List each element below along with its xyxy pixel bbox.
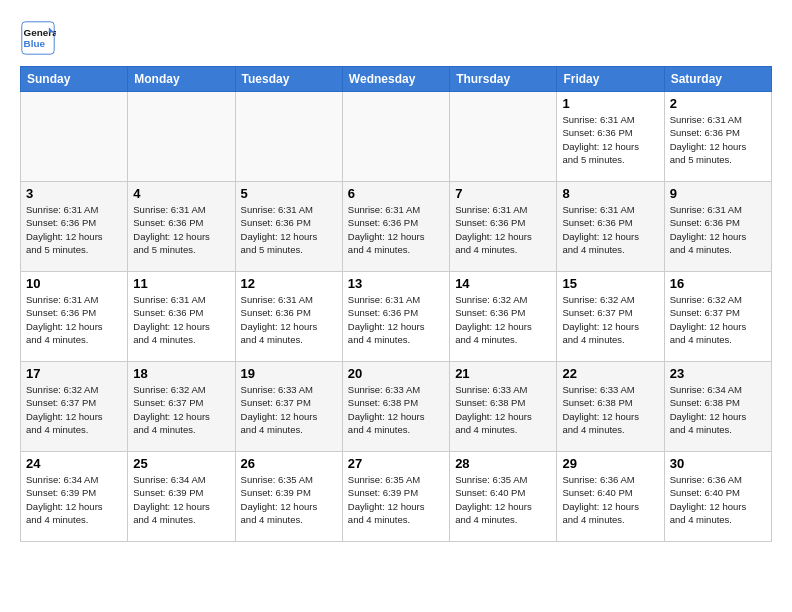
day-info: Sunrise: 6:35 AM Sunset: 6:39 PM Dayligh… <box>348 473 444 526</box>
day-info: Sunrise: 6:31 AM Sunset: 6:36 PM Dayligh… <box>670 113 766 166</box>
day-cell: 15Sunrise: 6:32 AM Sunset: 6:37 PM Dayli… <box>557 272 664 362</box>
week-row-4: 17Sunrise: 6:32 AM Sunset: 6:37 PM Dayli… <box>21 362 772 452</box>
day-cell: 17Sunrise: 6:32 AM Sunset: 6:37 PM Dayli… <box>21 362 128 452</box>
day-info: Sunrise: 6:31 AM Sunset: 6:36 PM Dayligh… <box>670 203 766 256</box>
day-info: Sunrise: 6:32 AM Sunset: 6:37 PM Dayligh… <box>133 383 229 436</box>
day-info: Sunrise: 6:31 AM Sunset: 6:36 PM Dayligh… <box>26 203 122 256</box>
col-header-friday: Friday <box>557 67 664 92</box>
col-header-saturday: Saturday <box>664 67 771 92</box>
day-cell: 9Sunrise: 6:31 AM Sunset: 6:36 PM Daylig… <box>664 182 771 272</box>
day-info: Sunrise: 6:33 AM Sunset: 6:37 PM Dayligh… <box>241 383 337 436</box>
day-number: 30 <box>670 456 766 471</box>
day-cell: 6Sunrise: 6:31 AM Sunset: 6:36 PM Daylig… <box>342 182 449 272</box>
day-cell: 7Sunrise: 6:31 AM Sunset: 6:36 PM Daylig… <box>450 182 557 272</box>
day-number: 8 <box>562 186 658 201</box>
day-number: 5 <box>241 186 337 201</box>
day-cell: 10Sunrise: 6:31 AM Sunset: 6:36 PM Dayli… <box>21 272 128 362</box>
day-cell: 1Sunrise: 6:31 AM Sunset: 6:36 PM Daylig… <box>557 92 664 182</box>
day-cell: 27Sunrise: 6:35 AM Sunset: 6:39 PM Dayli… <box>342 452 449 542</box>
day-cell: 14Sunrise: 6:32 AM Sunset: 6:36 PM Dayli… <box>450 272 557 362</box>
day-cell: 30Sunrise: 6:36 AM Sunset: 6:40 PM Dayli… <box>664 452 771 542</box>
day-number: 17 <box>26 366 122 381</box>
day-info: Sunrise: 6:32 AM Sunset: 6:37 PM Dayligh… <box>670 293 766 346</box>
day-cell: 5Sunrise: 6:31 AM Sunset: 6:36 PM Daylig… <box>235 182 342 272</box>
day-cell: 29Sunrise: 6:36 AM Sunset: 6:40 PM Dayli… <box>557 452 664 542</box>
day-number: 28 <box>455 456 551 471</box>
day-info: Sunrise: 6:36 AM Sunset: 6:40 PM Dayligh… <box>562 473 658 526</box>
day-number: 21 <box>455 366 551 381</box>
day-cell: 18Sunrise: 6:32 AM Sunset: 6:37 PM Dayli… <box>128 362 235 452</box>
day-info: Sunrise: 6:31 AM Sunset: 6:36 PM Dayligh… <box>348 203 444 256</box>
day-number: 11 <box>133 276 229 291</box>
day-cell: 21Sunrise: 6:33 AM Sunset: 6:38 PM Dayli… <box>450 362 557 452</box>
day-info: Sunrise: 6:34 AM Sunset: 6:39 PM Dayligh… <box>26 473 122 526</box>
day-cell: 12Sunrise: 6:31 AM Sunset: 6:36 PM Dayli… <box>235 272 342 362</box>
day-number: 22 <box>562 366 658 381</box>
day-cell: 28Sunrise: 6:35 AM Sunset: 6:40 PM Dayli… <box>450 452 557 542</box>
day-number: 27 <box>348 456 444 471</box>
week-row-5: 24Sunrise: 6:34 AM Sunset: 6:39 PM Dayli… <box>21 452 772 542</box>
day-number: 15 <box>562 276 658 291</box>
day-info: Sunrise: 6:31 AM Sunset: 6:36 PM Dayligh… <box>241 293 337 346</box>
day-number: 9 <box>670 186 766 201</box>
day-number: 16 <box>670 276 766 291</box>
day-cell: 13Sunrise: 6:31 AM Sunset: 6:36 PM Dayli… <box>342 272 449 362</box>
day-info: Sunrise: 6:31 AM Sunset: 6:36 PM Dayligh… <box>241 203 337 256</box>
day-number: 26 <box>241 456 337 471</box>
day-info: Sunrise: 6:34 AM Sunset: 6:39 PM Dayligh… <box>133 473 229 526</box>
svg-text:Blue: Blue <box>24 38 46 49</box>
day-cell: 16Sunrise: 6:32 AM Sunset: 6:37 PM Dayli… <box>664 272 771 362</box>
day-number: 2 <box>670 96 766 111</box>
day-cell: 8Sunrise: 6:31 AM Sunset: 6:36 PM Daylig… <box>557 182 664 272</box>
day-number: 25 <box>133 456 229 471</box>
day-cell <box>21 92 128 182</box>
day-info: Sunrise: 6:31 AM Sunset: 6:36 PM Dayligh… <box>133 203 229 256</box>
col-header-sunday: Sunday <box>21 67 128 92</box>
col-header-monday: Monday <box>128 67 235 92</box>
col-header-tuesday: Tuesday <box>235 67 342 92</box>
day-info: Sunrise: 6:31 AM Sunset: 6:36 PM Dayligh… <box>348 293 444 346</box>
svg-text:General: General <box>24 27 56 38</box>
day-info: Sunrise: 6:31 AM Sunset: 6:36 PM Dayligh… <box>133 293 229 346</box>
day-cell: 22Sunrise: 6:33 AM Sunset: 6:38 PM Dayli… <box>557 362 664 452</box>
day-cell: 19Sunrise: 6:33 AM Sunset: 6:37 PM Dayli… <box>235 362 342 452</box>
calendar: SundayMondayTuesdayWednesdayThursdayFrid… <box>20 66 772 542</box>
day-number: 3 <box>26 186 122 201</box>
day-info: Sunrise: 6:31 AM Sunset: 6:36 PM Dayligh… <box>455 203 551 256</box>
day-number: 14 <box>455 276 551 291</box>
day-number: 12 <box>241 276 337 291</box>
day-number: 10 <box>26 276 122 291</box>
day-info: Sunrise: 6:32 AM Sunset: 6:36 PM Dayligh… <box>455 293 551 346</box>
day-number: 20 <box>348 366 444 381</box>
header-row: SundayMondayTuesdayWednesdayThursdayFrid… <box>21 67 772 92</box>
day-number: 24 <box>26 456 122 471</box>
day-cell: 4Sunrise: 6:31 AM Sunset: 6:36 PM Daylig… <box>128 182 235 272</box>
day-info: Sunrise: 6:33 AM Sunset: 6:38 PM Dayligh… <box>348 383 444 436</box>
day-info: Sunrise: 6:31 AM Sunset: 6:36 PM Dayligh… <box>562 113 658 166</box>
day-cell <box>342 92 449 182</box>
logo-icon: General Blue <box>20 20 56 56</box>
day-info: Sunrise: 6:33 AM Sunset: 6:38 PM Dayligh… <box>455 383 551 436</box>
day-info: Sunrise: 6:35 AM Sunset: 6:40 PM Dayligh… <box>455 473 551 526</box>
day-cell: 11Sunrise: 6:31 AM Sunset: 6:36 PM Dayli… <box>128 272 235 362</box>
day-cell <box>450 92 557 182</box>
day-info: Sunrise: 6:31 AM Sunset: 6:36 PM Dayligh… <box>562 203 658 256</box>
day-number: 19 <box>241 366 337 381</box>
day-info: Sunrise: 6:34 AM Sunset: 6:38 PM Dayligh… <box>670 383 766 436</box>
day-info: Sunrise: 6:36 AM Sunset: 6:40 PM Dayligh… <box>670 473 766 526</box>
day-cell: 25Sunrise: 6:34 AM Sunset: 6:39 PM Dayli… <box>128 452 235 542</box>
day-cell: 23Sunrise: 6:34 AM Sunset: 6:38 PM Dayli… <box>664 362 771 452</box>
day-number: 29 <box>562 456 658 471</box>
day-number: 23 <box>670 366 766 381</box>
day-cell <box>235 92 342 182</box>
day-info: Sunrise: 6:31 AM Sunset: 6:36 PM Dayligh… <box>26 293 122 346</box>
day-cell: 3Sunrise: 6:31 AM Sunset: 6:36 PM Daylig… <box>21 182 128 272</box>
day-info: Sunrise: 6:35 AM Sunset: 6:39 PM Dayligh… <box>241 473 337 526</box>
day-number: 7 <box>455 186 551 201</box>
page-header: General Blue <box>20 20 772 56</box>
col-header-thursday: Thursday <box>450 67 557 92</box>
day-cell: 24Sunrise: 6:34 AM Sunset: 6:39 PM Dayli… <box>21 452 128 542</box>
day-number: 1 <box>562 96 658 111</box>
day-info: Sunrise: 6:32 AM Sunset: 6:37 PM Dayligh… <box>26 383 122 436</box>
week-row-3: 10Sunrise: 6:31 AM Sunset: 6:36 PM Dayli… <box>21 272 772 362</box>
